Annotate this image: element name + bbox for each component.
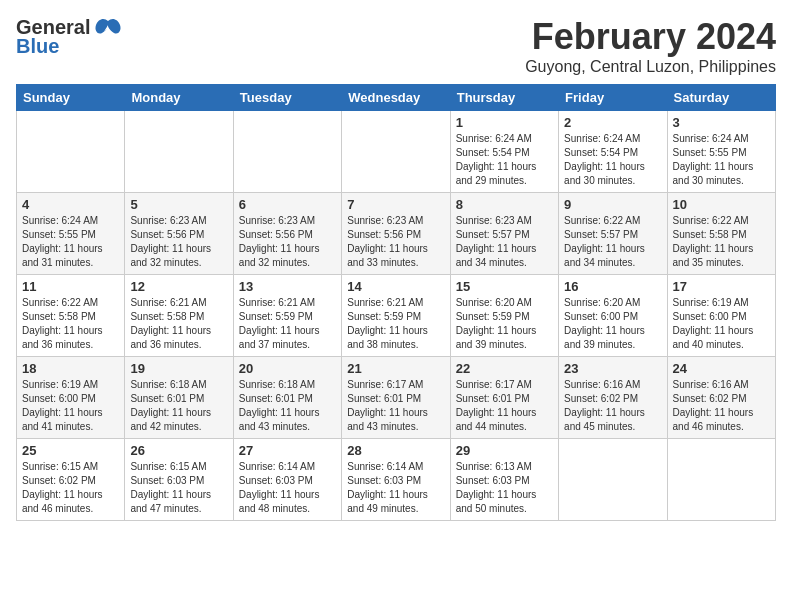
day-number: 28	[347, 443, 444, 458]
calendar-cell: 2Sunrise: 6:24 AM Sunset: 5:54 PM Daylig…	[559, 111, 667, 193]
day-number: 6	[239, 197, 336, 212]
calendar-cell	[667, 439, 775, 521]
calendar-cell: 26Sunrise: 6:15 AM Sunset: 6:03 PM Dayli…	[125, 439, 233, 521]
day-number: 10	[673, 197, 770, 212]
calendar-cell	[559, 439, 667, 521]
day-number: 20	[239, 361, 336, 376]
day-header-monday: Monday	[125, 85, 233, 111]
calendar-cell: 1Sunrise: 6:24 AM Sunset: 5:54 PM Daylig…	[450, 111, 558, 193]
day-number: 8	[456, 197, 553, 212]
day-info: Sunrise: 6:23 AM Sunset: 5:56 PM Dayligh…	[239, 214, 336, 270]
calendar-cell	[342, 111, 450, 193]
day-info: Sunrise: 6:17 AM Sunset: 6:01 PM Dayligh…	[456, 378, 553, 434]
day-number: 9	[564, 197, 661, 212]
calendar-cell: 15Sunrise: 6:20 AM Sunset: 5:59 PM Dayli…	[450, 275, 558, 357]
day-info: Sunrise: 6:22 AM Sunset: 5:57 PM Dayligh…	[564, 214, 661, 270]
calendar-header: SundayMondayTuesdayWednesdayThursdayFrid…	[17, 85, 776, 111]
calendar-cell: 3Sunrise: 6:24 AM Sunset: 5:55 PM Daylig…	[667, 111, 775, 193]
day-number: 2	[564, 115, 661, 130]
calendar-cell: 6Sunrise: 6:23 AM Sunset: 5:56 PM Daylig…	[233, 193, 341, 275]
day-info: Sunrise: 6:16 AM Sunset: 6:02 PM Dayligh…	[564, 378, 661, 434]
calendar-cell: 9Sunrise: 6:22 AM Sunset: 5:57 PM Daylig…	[559, 193, 667, 275]
calendar-cell: 18Sunrise: 6:19 AM Sunset: 6:00 PM Dayli…	[17, 357, 125, 439]
calendar-cell: 11Sunrise: 6:22 AM Sunset: 5:58 PM Dayli…	[17, 275, 125, 357]
day-info: Sunrise: 6:21 AM Sunset: 5:59 PM Dayligh…	[347, 296, 444, 352]
logo-bird-icon	[94, 17, 122, 39]
calendar-cell: 25Sunrise: 6:15 AM Sunset: 6:02 PM Dayli…	[17, 439, 125, 521]
day-info: Sunrise: 6:22 AM Sunset: 5:58 PM Dayligh…	[22, 296, 119, 352]
calendar-cell: 24Sunrise: 6:16 AM Sunset: 6:02 PM Dayli…	[667, 357, 775, 439]
day-info: Sunrise: 6:23 AM Sunset: 5:56 PM Dayligh…	[130, 214, 227, 270]
day-number: 25	[22, 443, 119, 458]
calendar-week-5: 25Sunrise: 6:15 AM Sunset: 6:02 PM Dayli…	[17, 439, 776, 521]
day-number: 15	[456, 279, 553, 294]
day-number: 17	[673, 279, 770, 294]
header: General Blue February 2024 Guyong, Centr…	[16, 16, 776, 76]
calendar-cell: 7Sunrise: 6:23 AM Sunset: 5:56 PM Daylig…	[342, 193, 450, 275]
day-header-tuesday: Tuesday	[233, 85, 341, 111]
calendar-cell: 22Sunrise: 6:17 AM Sunset: 6:01 PM Dayli…	[450, 357, 558, 439]
day-number: 11	[22, 279, 119, 294]
day-info: Sunrise: 6:22 AM Sunset: 5:58 PM Dayligh…	[673, 214, 770, 270]
day-info: Sunrise: 6:21 AM Sunset: 5:59 PM Dayligh…	[239, 296, 336, 352]
calendar-cell: 28Sunrise: 6:14 AM Sunset: 6:03 PM Dayli…	[342, 439, 450, 521]
calendar-cell: 19Sunrise: 6:18 AM Sunset: 6:01 PM Dayli…	[125, 357, 233, 439]
day-info: Sunrise: 6:24 AM Sunset: 5:55 PM Dayligh…	[673, 132, 770, 188]
calendar-cell: 27Sunrise: 6:14 AM Sunset: 6:03 PM Dayli…	[233, 439, 341, 521]
calendar-cell: 8Sunrise: 6:23 AM Sunset: 5:57 PM Daylig…	[450, 193, 558, 275]
day-info: Sunrise: 6:18 AM Sunset: 6:01 PM Dayligh…	[130, 378, 227, 434]
calendar-week-4: 18Sunrise: 6:19 AM Sunset: 6:00 PM Dayli…	[17, 357, 776, 439]
day-info: Sunrise: 6:19 AM Sunset: 6:00 PM Dayligh…	[22, 378, 119, 434]
day-number: 4	[22, 197, 119, 212]
calendar-cell: 12Sunrise: 6:21 AM Sunset: 5:58 PM Dayli…	[125, 275, 233, 357]
logo-blue: Blue	[16, 35, 59, 58]
calendar-week-1: 1Sunrise: 6:24 AM Sunset: 5:54 PM Daylig…	[17, 111, 776, 193]
day-number: 7	[347, 197, 444, 212]
day-info: Sunrise: 6:14 AM Sunset: 6:03 PM Dayligh…	[347, 460, 444, 516]
day-header-friday: Friday	[559, 85, 667, 111]
day-number: 26	[130, 443, 227, 458]
day-info: Sunrise: 6:20 AM Sunset: 5:59 PM Dayligh…	[456, 296, 553, 352]
day-info: Sunrise: 6:21 AM Sunset: 5:58 PM Dayligh…	[130, 296, 227, 352]
day-number: 5	[130, 197, 227, 212]
calendar-cell: 29Sunrise: 6:13 AM Sunset: 6:03 PM Dayli…	[450, 439, 558, 521]
day-info: Sunrise: 6:19 AM Sunset: 6:00 PM Dayligh…	[673, 296, 770, 352]
day-info: Sunrise: 6:20 AM Sunset: 6:00 PM Dayligh…	[564, 296, 661, 352]
title-area: February 2024 Guyong, Central Luzon, Phi…	[525, 16, 776, 76]
day-number: 13	[239, 279, 336, 294]
logo: General Blue	[16, 16, 122, 58]
calendar-cell: 13Sunrise: 6:21 AM Sunset: 5:59 PM Dayli…	[233, 275, 341, 357]
day-number: 21	[347, 361, 444, 376]
day-info: Sunrise: 6:17 AM Sunset: 6:01 PM Dayligh…	[347, 378, 444, 434]
day-info: Sunrise: 6:24 AM Sunset: 5:54 PM Dayligh…	[564, 132, 661, 188]
day-number: 12	[130, 279, 227, 294]
calendar-cell: 14Sunrise: 6:21 AM Sunset: 5:59 PM Dayli…	[342, 275, 450, 357]
day-header-wednesday: Wednesday	[342, 85, 450, 111]
day-info: Sunrise: 6:13 AM Sunset: 6:03 PM Dayligh…	[456, 460, 553, 516]
calendar-week-3: 11Sunrise: 6:22 AM Sunset: 5:58 PM Dayli…	[17, 275, 776, 357]
day-number: 24	[673, 361, 770, 376]
day-number: 22	[456, 361, 553, 376]
day-info: Sunrise: 6:24 AM Sunset: 5:54 PM Dayligh…	[456, 132, 553, 188]
calendar-cell: 17Sunrise: 6:19 AM Sunset: 6:00 PM Dayli…	[667, 275, 775, 357]
location: Guyong, Central Luzon, Philippines	[525, 58, 776, 76]
day-info: Sunrise: 6:15 AM Sunset: 6:03 PM Dayligh…	[130, 460, 227, 516]
day-number: 27	[239, 443, 336, 458]
calendar-cell: 20Sunrise: 6:18 AM Sunset: 6:01 PM Dayli…	[233, 357, 341, 439]
day-number: 23	[564, 361, 661, 376]
day-number: 18	[22, 361, 119, 376]
calendar-cell: 5Sunrise: 6:23 AM Sunset: 5:56 PM Daylig…	[125, 193, 233, 275]
day-info: Sunrise: 6:23 AM Sunset: 5:57 PM Dayligh…	[456, 214, 553, 270]
calendar-cell: 16Sunrise: 6:20 AM Sunset: 6:00 PM Dayli…	[559, 275, 667, 357]
calendar-table: SundayMondayTuesdayWednesdayThursdayFrid…	[16, 84, 776, 521]
month-year: February 2024	[525, 16, 776, 58]
day-info: Sunrise: 6:14 AM Sunset: 6:03 PM Dayligh…	[239, 460, 336, 516]
calendar-cell: 10Sunrise: 6:22 AM Sunset: 5:58 PM Dayli…	[667, 193, 775, 275]
day-header-thursday: Thursday	[450, 85, 558, 111]
calendar-cell: 4Sunrise: 6:24 AM Sunset: 5:55 PM Daylig…	[17, 193, 125, 275]
day-info: Sunrise: 6:15 AM Sunset: 6:02 PM Dayligh…	[22, 460, 119, 516]
day-info: Sunrise: 6:18 AM Sunset: 6:01 PM Dayligh…	[239, 378, 336, 434]
calendar-cell	[233, 111, 341, 193]
day-number: 1	[456, 115, 553, 130]
day-number: 19	[130, 361, 227, 376]
